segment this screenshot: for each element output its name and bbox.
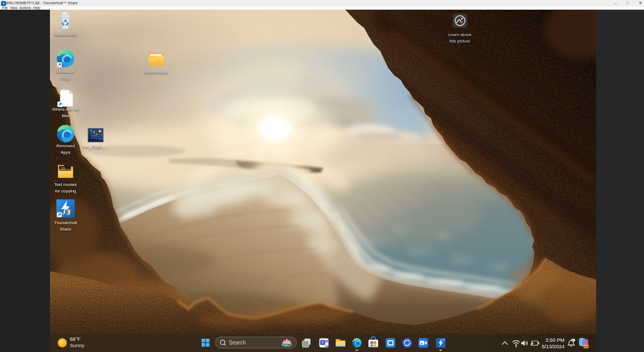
svg-text:PRE: PRE [584,346,589,348]
svg-text:z: z [572,339,573,342]
svg-text:T: T [321,340,324,345]
